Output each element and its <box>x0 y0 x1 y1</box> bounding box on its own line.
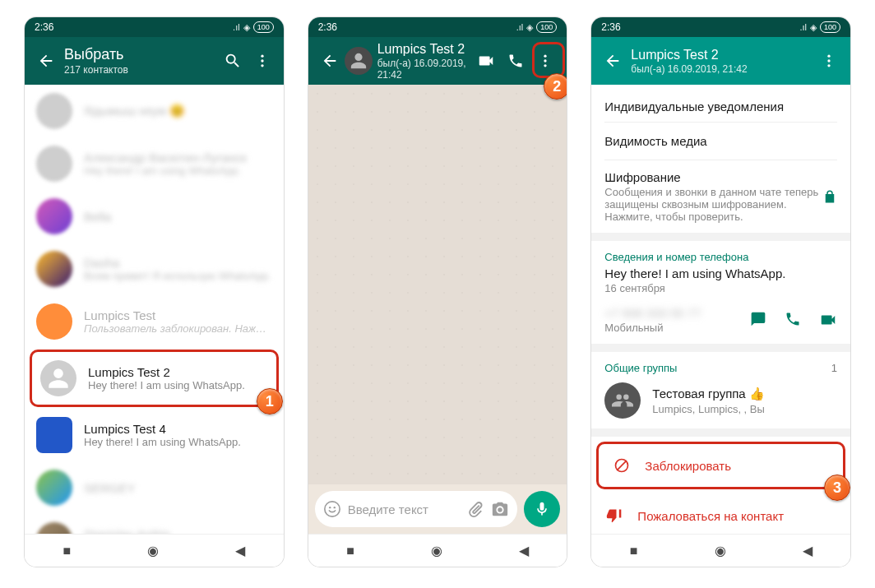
groups-count: 1 <box>831 362 837 374</box>
svg-point-7 <box>329 507 331 508</box>
group-item[interactable]: Тестовая группа 👍 Lumpics, Lumpics, , Вы <box>604 377 837 419</box>
report-button[interactable]: Пожаловаться на контакт <box>591 494 850 534</box>
highlight-box-2 <box>532 42 565 78</box>
media-visibility[interactable]: Видимость медиа <box>604 126 837 156</box>
svg-point-1 <box>261 59 263 62</box>
highlight-box-3: Заблокировать <box>596 442 845 489</box>
nav-recent-icon[interactable]: ■ <box>346 544 354 558</box>
thumbs-down-icon <box>606 507 623 524</box>
header-text[interactable]: Lumpics Test 2 был(-а) 16.09.2019, 21:42 <box>377 42 474 81</box>
phone-row: +7 906 333 55 77 Мобильный <box>604 306 837 334</box>
group-avatar <box>604 382 641 419</box>
contact-name: Lumpics Test 2 <box>88 365 268 379</box>
back-icon[interactable] <box>33 48 59 74</box>
search-icon[interactable] <box>220 48 246 74</box>
block-icon <box>613 457 630 474</box>
contact-item[interactable]: Bella <box>25 190 284 243</box>
input-placeholder: Введите текст <box>348 502 461 516</box>
group-members: Lumpics, Lumpics, , Вы <box>652 403 765 415</box>
contact-item[interactable]: Александр Васютин-ЛуганскHey there! I am… <box>25 137 284 190</box>
status-bar: 2:36 .ıl ◈ 100 <box>25 17 284 37</box>
chat-name: Lumpics Test 2 <box>377 42 474 57</box>
phone-1: 2:36 .ıl ◈ 100 Выбрать 217 контактов Яды… <box>25 17 284 567</box>
custom-notifications[interactable]: Индивидуальные уведомления <box>604 95 837 118</box>
header-subtitle: 217 контактов <box>64 64 220 76</box>
contact-item[interactable]: DashaВсем привет! Я использую WhatsApp. <box>25 243 284 295</box>
highlight-box-1: Lumpics Test 2Hey there! I am using What… <box>30 350 279 407</box>
about-title: Сведения и номер телефона <box>604 251 837 266</box>
nav-back-icon[interactable]: ◀ <box>803 543 812 558</box>
emoji-icon[interactable] <box>323 500 341 518</box>
info-header: Lumpics Test 2 был(-а) 16.09.2019, 21:42 <box>591 37 850 85</box>
input-bar: Введите текст <box>308 484 567 534</box>
nav-recent-icon[interactable]: ■ <box>630 544 638 558</box>
encryption-title: Шифрование <box>604 170 822 184</box>
step-badge-3: 3 <box>824 475 850 501</box>
svg-point-8 <box>333 507 335 508</box>
back-icon[interactable] <box>317 48 343 74</box>
contact-item[interactable]: Ядымыш кеум 😊 <box>25 85 284 137</box>
lock-icon <box>822 189 837 204</box>
section-groups: Общие группы1 Тестовая группа 👍 Lumpics,… <box>591 352 850 437</box>
svg-point-2 <box>261 64 263 67</box>
videocall-icon[interactable] <box>819 311 837 329</box>
phone-2: 2:36 .ıl◈100 Lumpics Test 2 был(-а) 16.0… <box>308 17 567 567</box>
menu-icon[interactable] <box>249 48 275 74</box>
contact-item[interactable]: Lumpics Test 4Hey there! I am using What… <box>25 409 284 461</box>
about-text: Hey there! I am using WhatsApp. <box>604 266 837 280</box>
phone-3: 2:36 .ıl◈100 Lumpics Test 2 был(-а) 16.0… <box>591 17 850 567</box>
contact-name: Lumpics Test 2 <box>631 48 816 63</box>
status-time: 2:36 <box>318 21 337 33</box>
menu-icon[interactable] <box>816 48 842 74</box>
message-input[interactable]: Введите текст <box>315 491 518 527</box>
video-call-icon[interactable] <box>473 48 499 74</box>
chat-header[interactable]: Lumpics Test 2 был(-а) 16.09.2019, 21:42… <box>308 37 567 85</box>
info-body[interactable]: Индивидуальные уведомления Видимость мед… <box>591 85 850 534</box>
signal-icon: .ıl <box>233 22 240 32</box>
step-badge-2: 2 <box>544 73 567 100</box>
section-actions: Заблокировать 3 Пожаловаться на контакт <box>591 442 850 534</box>
mic-button[interactable] <box>524 491 560 527</box>
contact-item[interactable]: SERGEY <box>25 461 284 514</box>
nav-home-icon[interactable]: ◉ <box>431 543 442 558</box>
contact-avatar[interactable] <box>345 47 373 75</box>
battery-icon: 100 <box>253 21 274 33</box>
nav-back-icon[interactable]: ◀ <box>519 543 529 558</box>
wifi-icon: ◈ <box>243 22 250 33</box>
nav-home-icon[interactable]: ◉ <box>715 543 726 558</box>
contact-item-selected[interactable]: Lumpics Test 2Hey there! I am using What… <box>39 357 270 400</box>
status-bar: 2:36 .ıl◈100 <box>308 17 567 37</box>
contact-list[interactable]: Ядымыш кеум 😊 Александр Васютин-ЛуганскH… <box>25 85 284 534</box>
call-icon[interactable] <box>785 311 801 329</box>
group-name: Тестовая группа 👍 <box>652 387 765 401</box>
back-icon[interactable] <box>600 48 626 74</box>
encryption-desc: Сообщения и звонки в данном чате теперь … <box>604 186 822 223</box>
phone-number: +7 906 333 55 77 <box>604 306 701 320</box>
encryption-row[interactable]: Шифрование Сообщения и звонки в данном ч… <box>604 164 837 223</box>
contact-item-blocked[interactable]: Lumpics TestПользователь заблокирован. Н… <box>25 295 284 348</box>
nav-back-icon[interactable]: ◀ <box>235 543 245 558</box>
groups-title: Общие группы <box>604 362 677 374</box>
last-seen: был(-а) 16.09.2019, 21:42 <box>377 58 474 81</box>
contact-item[interactable]: Stanislav AnikinВсем привет! Я использую… <box>25 514 284 534</box>
phone-type: Мобильный <box>604 322 701 334</box>
phone-actions <box>750 311 837 329</box>
svg-point-10 <box>827 59 830 62</box>
block-label: Заблокировать <box>645 459 731 473</box>
header-title: Выбрать <box>64 46 220 63</box>
last-seen: был(-а) 16.09.2019, 21:42 <box>631 63 816 75</box>
svg-point-0 <box>261 55 263 58</box>
attach-icon[interactable] <box>466 500 484 518</box>
nav-recent-icon[interactable]: ■ <box>63 544 72 558</box>
status-time: 2:36 <box>601 21 620 33</box>
header-actions <box>220 48 275 74</box>
chat-area[interactable] <box>308 85 567 484</box>
status-bar: 2:36 .ıl◈100 <box>591 17 850 37</box>
android-navbar: ■ ◉ ◀ <box>308 534 567 567</box>
nav-home-icon[interactable]: ◉ <box>147 543 159 558</box>
camera-icon[interactable] <box>491 500 509 518</box>
block-button[interactable]: Заблокировать <box>599 444 843 487</box>
voice-call-icon[interactable] <box>502 48 529 74</box>
about-date: 16 сентября <box>604 282 837 294</box>
message-icon[interactable] <box>750 311 766 329</box>
